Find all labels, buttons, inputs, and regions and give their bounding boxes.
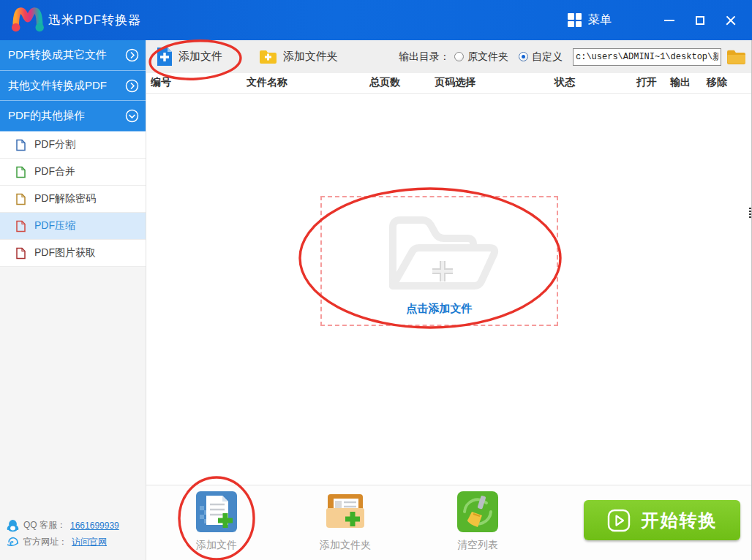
add-file-label: 添加文件	[178, 50, 222, 64]
toolbar: 添加文件 添加文件夹 输出目录： 原文件夹 自定义	[146, 40, 752, 73]
pdf-doc-icon	[15, 166, 26, 178]
menu-button[interactable]: 菜单	[568, 12, 612, 28]
output-directory-section: 输出目录： 原文件夹 自定义	[399, 48, 746, 66]
sidebar-item-label: PDF合并	[34, 165, 75, 178]
column-header-total-pages: 总页数	[369, 76, 400, 89]
radio-unchecked-icon	[454, 52, 464, 61]
add-file-big-label: 添加文件	[180, 539, 253, 552]
add-folder-label: 添加文件夹	[283, 50, 338, 64]
file-list-area: 点击添加文件	[146, 94, 752, 485]
sidebar-item-label: PDF图片获取	[34, 246, 96, 260]
add-folder-big-label: 添加文件夹	[309, 539, 382, 552]
browse-folder-icon	[726, 48, 746, 65]
qq-service-label: QQ 客服：	[23, 519, 66, 531]
official-site-label: 官方网址：	[23, 536, 67, 548]
app-window: 迅米PDF转换器 菜单 PDF转换成其它文件 其他文件转换成PDF	[0, 0, 752, 560]
ie-browser-icon: e	[7, 536, 19, 548]
column-header-open: 打开	[636, 76, 657, 89]
minimize-button[interactable]	[658, 10, 680, 31]
sidebar-item-label: PDF解除密码	[34, 192, 96, 205]
sidebar-item-label: PDF压缩	[34, 219, 75, 232]
bottom-action-bar: 添加文件 添加文件夹	[146, 485, 752, 560]
radio-checked-icon	[519, 52, 528, 61]
pdf-doc-icon	[15, 247, 26, 260]
official-site-link[interactable]: 访问官网	[72, 536, 107, 548]
add-file-icon	[157, 47, 173, 67]
sidebar-item-pdf-decrypt[interactable]: PDF解除密码	[0, 186, 146, 213]
sidebar-item-pdf-merge[interactable]: PDF合并	[0, 159, 146, 186]
qq-icon	[7, 519, 19, 532]
output-dir-label: 输出目录：	[399, 50, 450, 64]
add-file-big-button[interactable]: 添加文件	[180, 491, 253, 552]
sidebar: PDF转换成其它文件 其他文件转换成PDF PDF的其他操作	[0, 40, 146, 560]
pdf-doc-icon	[15, 220, 26, 232]
close-icon	[725, 15, 737, 26]
add-folder-icon	[259, 49, 277, 65]
grid-menu-icon	[568, 13, 582, 27]
close-button[interactable]	[720, 10, 742, 31]
scrollbar-mark[interactable]	[749, 208, 751, 219]
chevron-right-circle-icon	[125, 79, 139, 93]
radio-original-label: 原文件夹	[467, 50, 508, 64]
clear-list-icon	[457, 491, 498, 532]
sidebar-item-pdf-other-ops[interactable]: PDF的其他操作	[0, 101, 146, 132]
column-header-number: 编号	[151, 76, 171, 89]
dropzone-label: 点击添加文件	[407, 302, 473, 316]
maximize-button[interactable]	[689, 10, 711, 31]
chevron-down-circle-icon	[125, 109, 139, 123]
column-header-remove: 移除	[707, 76, 727, 89]
sidebar-item-label: PDF分割	[34, 138, 75, 151]
minimize-icon	[664, 20, 674, 21]
column-header-output: 输出	[670, 76, 691, 89]
app-logo-icon	[10, 5, 44, 36]
sidebar-item-pdf-extract-images[interactable]: PDF图片获取	[0, 240, 146, 267]
qq-number-link[interactable]: 1661699939	[70, 521, 119, 531]
sidebar-footer: QQ 客服： 1661699939 e 官方网址： 访问官网	[0, 517, 146, 560]
sidebar-item-label: PDF的其他操作	[8, 109, 85, 123]
sidebar-item-pdf-split[interactable]: PDF分割	[0, 132, 146, 159]
sidebar-item-pdf-to-other[interactable]: PDF转换成其它文件	[0, 40, 146, 71]
browse-folder-button[interactable]	[726, 48, 746, 65]
chevron-right-circle-icon	[125, 48, 139, 62]
dropzone-add-files[interactable]: 点击添加文件	[320, 196, 558, 326]
add-file-big-icon	[196, 491, 237, 532]
pdf-doc-icon	[15, 193, 26, 205]
add-folder-button[interactable]: 添加文件夹	[259, 49, 338, 65]
column-header-status: 状态	[554, 76, 575, 89]
main-panel: 添加文件 添加文件夹 输出目录： 原文件夹 自定义	[146, 40, 752, 560]
radio-custom-folder[interactable]: 自定义	[519, 50, 563, 64]
output-path-input[interactable]	[573, 48, 721, 66]
start-convert-button[interactable]: 开始转换	[584, 500, 740, 540]
add-folder-big-icon	[325, 491, 366, 532]
sidebar-item-pdf-compress[interactable]: PDF压缩	[0, 213, 146, 240]
column-header-filename: 文件名称	[247, 76, 287, 89]
radio-original-folder[interactable]: 原文件夹	[454, 50, 508, 64]
titlebar: 迅米PDF转换器 菜单	[0, 0, 752, 40]
clear-list-button[interactable]: 清空列表	[441, 491, 514, 552]
add-folder-big-button[interactable]: 添加文件夹	[309, 491, 382, 552]
start-convert-label: 开始转换	[642, 509, 718, 532]
clear-list-label: 清空列表	[441, 539, 514, 552]
maximize-icon	[696, 16, 704, 25]
sidebar-item-other-to-pdf[interactable]: 其他文件转换成PDF	[0, 71, 146, 102]
sidebar-spacer	[0, 267, 146, 517]
menu-label: 菜单	[588, 12, 612, 28]
file-table-header: 编号 文件名称 总页数 页码选择 状态 打开 输出 移除	[146, 73, 752, 94]
radio-custom-label: 自定义	[532, 50, 563, 64]
sidebar-item-label: PDF转换成其它文件	[8, 48, 107, 62]
add-file-button[interactable]: 添加文件	[157, 47, 222, 67]
pdf-doc-icon	[15, 139, 26, 151]
play-icon	[607, 509, 631, 532]
open-folder-plus-icon	[366, 205, 513, 300]
sidebar-item-label: 其他文件转换成PDF	[8, 79, 107, 93]
app-title: 迅米PDF转换器	[48, 12, 141, 29]
column-header-page-selection: 页码选择	[435, 76, 475, 89]
